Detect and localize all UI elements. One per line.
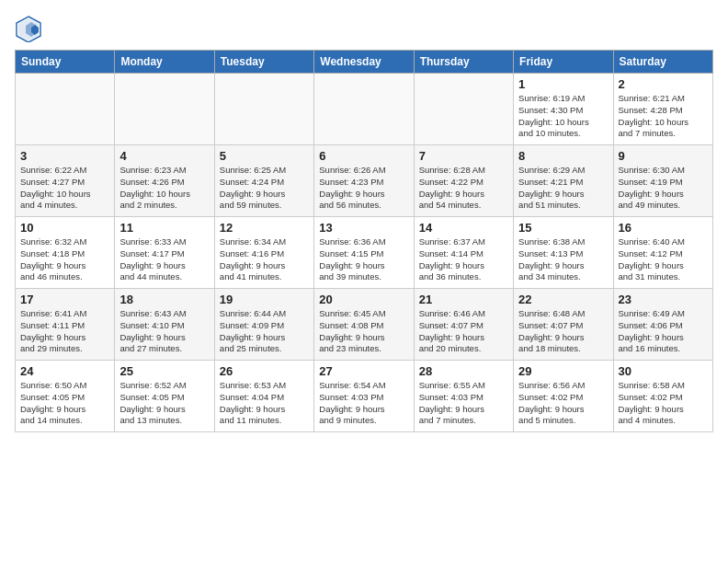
- day-number: 1: [518, 77, 608, 91]
- day-info: Sunrise: 6:56 AM Sunset: 4:02 PM Dayligh…: [518, 380, 608, 427]
- day-number: 17: [20, 293, 109, 306]
- calendar-cell: 9Sunrise: 6:30 AM Sunset: 4:19 PM Daylig…: [613, 145, 712, 217]
- day-number: 26: [220, 364, 309, 378]
- column-header-friday: Friday: [514, 51, 613, 74]
- calendar-cell: 15Sunrise: 6:38 AM Sunset: 4:13 PM Dayli…: [514, 217, 613, 289]
- day-number: 27: [319, 364, 408, 378]
- day-info: Sunrise: 6:21 AM Sunset: 4:28 PM Dayligh…: [619, 93, 708, 140]
- column-header-tuesday: Tuesday: [214, 51, 313, 74]
- day-number: 19: [220, 293, 309, 306]
- calendar-week-row: 3Sunrise: 6:22 AM Sunset: 4:27 PM Daylig…: [16, 145, 713, 217]
- calendar-cell: 19Sunrise: 6:44 AM Sunset: 4:09 PM Dayli…: [214, 289, 313, 361]
- calendar-cell: 23Sunrise: 6:49 AM Sunset: 4:06 PM Dayli…: [613, 289, 712, 361]
- day-number: 11: [119, 221, 209, 235]
- day-number: 29: [518, 364, 608, 378]
- day-info: Sunrise: 6:37 AM Sunset: 4:14 PM Dayligh…: [419, 236, 508, 283]
- calendar-week-row: 1Sunrise: 6:19 AM Sunset: 4:30 PM Daylig…: [16, 74, 713, 145]
- calendar-cell: [414, 74, 513, 145]
- calendar-cell: 21Sunrise: 6:46 AM Sunset: 4:07 PM Dayli…: [414, 289, 513, 361]
- day-number: 8: [518, 149, 608, 163]
- day-info: Sunrise: 6:58 AM Sunset: 4:02 PM Dayligh…: [619, 380, 708, 427]
- calendar-cell: [214, 74, 313, 145]
- calendar-cell: 1Sunrise: 6:19 AM Sunset: 4:30 PM Daylig…: [514, 74, 613, 145]
- calendar-cell: 2Sunrise: 6:21 AM Sunset: 4:28 PM Daylig…: [613, 74, 712, 145]
- day-number: 3: [20, 149, 109, 163]
- calendar-cell: 8Sunrise: 6:29 AM Sunset: 4:21 PM Daylig…: [514, 145, 613, 217]
- day-info: Sunrise: 6:33 AM Sunset: 4:17 PM Dayligh…: [119, 236, 209, 283]
- day-info: Sunrise: 6:40 AM Sunset: 4:12 PM Dayligh…: [619, 236, 708, 283]
- column-header-saturday: Saturday: [613, 51, 712, 74]
- calendar-cell: 13Sunrise: 6:36 AM Sunset: 4:15 PM Dayli…: [314, 217, 414, 289]
- calendar-table: SundayMondayTuesdayWednesdayThursdayFrid…: [15, 50, 713, 432]
- day-number: 21: [419, 293, 508, 306]
- calendar-week-row: 10Sunrise: 6:32 AM Sunset: 4:18 PM Dayli…: [16, 217, 713, 289]
- calendar-cell: 11Sunrise: 6:33 AM Sunset: 4:17 PM Dayli…: [115, 217, 214, 289]
- day-number: 22: [518, 293, 608, 306]
- calendar-cell: 25Sunrise: 6:52 AM Sunset: 4:05 PM Dayli…: [115, 361, 214, 432]
- day-info: Sunrise: 6:29 AM Sunset: 4:21 PM Dayligh…: [518, 165, 608, 212]
- day-number: 30: [619, 364, 708, 378]
- day-info: Sunrise: 6:55 AM Sunset: 4:03 PM Dayligh…: [419, 380, 508, 427]
- column-header-sunday: Sunday: [16, 51, 115, 74]
- day-info: Sunrise: 6:52 AM Sunset: 4:05 PM Dayligh…: [119, 380, 209, 427]
- day-number: 12: [220, 221, 309, 235]
- day-number: 4: [119, 149, 209, 163]
- calendar-cell: 17Sunrise: 6:41 AM Sunset: 4:11 PM Dayli…: [16, 289, 115, 361]
- day-info: Sunrise: 6:36 AM Sunset: 4:15 PM Dayligh…: [319, 236, 408, 283]
- day-info: Sunrise: 6:54 AM Sunset: 4:03 PM Dayligh…: [319, 380, 408, 427]
- calendar-cell: 30Sunrise: 6:58 AM Sunset: 4:02 PM Dayli…: [613, 361, 712, 432]
- day-info: Sunrise: 6:25 AM Sunset: 4:24 PM Dayligh…: [220, 165, 309, 212]
- day-number: 16: [619, 221, 708, 235]
- day-info: Sunrise: 6:43 AM Sunset: 4:10 PM Dayligh…: [119, 308, 209, 355]
- calendar-cell: 7Sunrise: 6:28 AM Sunset: 4:22 PM Daylig…: [414, 145, 513, 217]
- day-number: 20: [319, 293, 408, 306]
- column-header-thursday: Thursday: [414, 51, 513, 74]
- logo-icon: [15, 15, 42, 42]
- calendar-cell: 26Sunrise: 6:53 AM Sunset: 4:04 PM Dayli…: [214, 361, 313, 432]
- day-info: Sunrise: 6:49 AM Sunset: 4:06 PM Dayligh…: [619, 308, 708, 355]
- day-number: 5: [220, 149, 309, 163]
- logo: [15, 15, 46, 42]
- calendar-cell: 20Sunrise: 6:45 AM Sunset: 4:08 PM Dayli…: [314, 289, 414, 361]
- day-info: Sunrise: 6:22 AM Sunset: 4:27 PM Dayligh…: [20, 165, 109, 212]
- day-number: 14: [419, 221, 508, 235]
- day-number: 25: [119, 364, 209, 378]
- day-number: 2: [619, 77, 708, 91]
- calendar-cell: 28Sunrise: 6:55 AM Sunset: 4:03 PM Dayli…: [414, 361, 513, 432]
- calendar-week-row: 17Sunrise: 6:41 AM Sunset: 4:11 PM Dayli…: [16, 289, 713, 361]
- calendar-cell: 5Sunrise: 6:25 AM Sunset: 4:24 PM Daylig…: [214, 145, 313, 217]
- day-info: Sunrise: 6:38 AM Sunset: 4:13 PM Dayligh…: [518, 236, 608, 283]
- day-number: 7: [419, 149, 508, 163]
- day-info: Sunrise: 6:53 AM Sunset: 4:04 PM Dayligh…: [220, 380, 309, 427]
- day-info: Sunrise: 6:46 AM Sunset: 4:07 PM Dayligh…: [419, 308, 508, 355]
- day-info: Sunrise: 6:32 AM Sunset: 4:18 PM Dayligh…: [20, 236, 109, 283]
- day-number: 6: [319, 149, 408, 163]
- day-info: Sunrise: 6:41 AM Sunset: 4:11 PM Dayligh…: [20, 308, 109, 355]
- day-number: 28: [419, 364, 508, 378]
- calendar-cell: 29Sunrise: 6:56 AM Sunset: 4:02 PM Dayli…: [514, 361, 613, 432]
- calendar-cell: 27Sunrise: 6:54 AM Sunset: 4:03 PM Dayli…: [314, 361, 414, 432]
- calendar-cell: 14Sunrise: 6:37 AM Sunset: 4:14 PM Dayli…: [414, 217, 513, 289]
- column-header-wednesday: Wednesday: [314, 51, 414, 74]
- day-info: Sunrise: 6:19 AM Sunset: 4:30 PM Dayligh…: [518, 93, 608, 140]
- column-header-monday: Monday: [115, 51, 214, 74]
- calendar-cell: 22Sunrise: 6:48 AM Sunset: 4:07 PM Dayli…: [514, 289, 613, 361]
- calendar-cell: 10Sunrise: 6:32 AM Sunset: 4:18 PM Dayli…: [16, 217, 115, 289]
- day-info: Sunrise: 6:45 AM Sunset: 4:08 PM Dayligh…: [319, 308, 408, 355]
- day-number: 23: [619, 293, 708, 306]
- calendar-cell: 4Sunrise: 6:23 AM Sunset: 4:26 PM Daylig…: [115, 145, 214, 217]
- calendar-cell: 12Sunrise: 6:34 AM Sunset: 4:16 PM Dayli…: [214, 217, 313, 289]
- page-header: [15, 15, 713, 42]
- day-info: Sunrise: 6:44 AM Sunset: 4:09 PM Dayligh…: [220, 308, 309, 355]
- day-info: Sunrise: 6:30 AM Sunset: 4:19 PM Dayligh…: [619, 165, 708, 212]
- day-info: Sunrise: 6:26 AM Sunset: 4:23 PM Dayligh…: [319, 165, 408, 212]
- day-number: 10: [20, 221, 109, 235]
- day-number: 24: [20, 364, 109, 378]
- calendar-cell: [115, 74, 214, 145]
- day-info: Sunrise: 6:48 AM Sunset: 4:07 PM Dayligh…: [518, 308, 608, 355]
- calendar-cell: 18Sunrise: 6:43 AM Sunset: 4:10 PM Dayli…: [115, 289, 214, 361]
- day-info: Sunrise: 6:23 AM Sunset: 4:26 PM Dayligh…: [119, 165, 209, 212]
- calendar-week-row: 24Sunrise: 6:50 AM Sunset: 4:05 PM Dayli…: [16, 361, 713, 432]
- calendar-cell: [314, 74, 414, 145]
- day-number: 18: [119, 293, 209, 306]
